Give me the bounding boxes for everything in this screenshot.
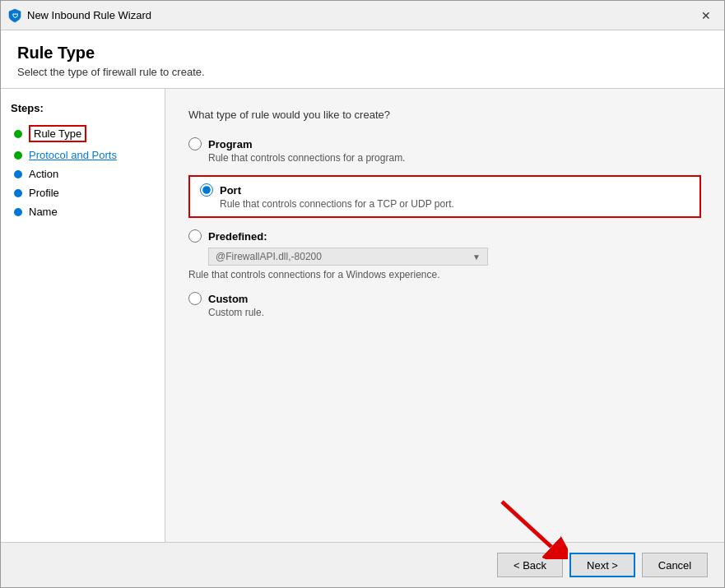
option-program-box: Program Rule that controls connections f…	[188, 137, 701, 164]
sidebar-item-action: Action	[11, 165, 155, 183]
radio-custom[interactable]	[188, 292, 202, 305]
question-text: What type of rule would you like to crea…	[188, 109, 701, 121]
option-custom-radio-row: Custom	[188, 292, 701, 305]
back-button[interactable]: < Back	[497, 553, 563, 577]
option-port-desc: Rule that controls connections for a TCP…	[220, 198, 690, 210]
step-dot-protocol-ports	[14, 151, 22, 160]
option-program-desc: Rule that controls connections for a pro…	[208, 152, 701, 164]
sidebar: Steps: Rule Type Protocol and Ports Acti…	[1, 89, 165, 542]
step-label-protocol-ports[interactable]: Protocol and Ports	[29, 149, 117, 161]
title-bar-text: New Inbound Rule Wizard	[27, 9, 695, 21]
header-section: Rule Type Select the type of firewall ru…	[1, 30, 724, 89]
next-button[interactable]: Next >	[569, 553, 635, 577]
option-custom-desc: Custom rule.	[208, 307, 701, 318]
option-predefined-title[interactable]: Predefined:	[208, 230, 267, 243]
step-dot-profile	[14, 189, 22, 197]
option-custom-title[interactable]: Custom	[208, 293, 248, 305]
main-panel: What type of rule would you like to crea…	[165, 89, 724, 542]
option-predefined-desc: Rule that controls connections for a Win…	[188, 269, 701, 280]
option-program-radio-row: Program	[188, 137, 701, 150]
sidebar-item-profile: Profile	[11, 184, 155, 201]
step-label-rule-type: Rule Type	[29, 125, 86, 142]
step-label-action: Action	[29, 168, 58, 180]
content-area: Steps: Rule Type Protocol and Ports Acti…	[1, 89, 724, 542]
rule-options: Program Rule that controls connections f…	[188, 137, 701, 318]
option-predefined-box: Predefined: @FirewallAPI.dll,-80200 ▼ Ru…	[188, 229, 701, 280]
page-subtitle: Select the type of firewall rule to crea…	[17, 66, 708, 78]
option-program-title[interactable]: Program	[208, 138, 252, 150]
step-dot-action	[14, 170, 22, 178]
svg-text:🛡: 🛡	[12, 13, 18, 19]
sidebar-item-protocol-ports[interactable]: Protocol and Ports	[11, 146, 155, 164]
sidebar-item-name: Name	[11, 203, 155, 220]
cancel-button[interactable]: Cancel	[642, 553, 708, 577]
step-label-name: Name	[29, 206, 58, 218]
step-label-profile: Profile	[29, 187, 59, 199]
predefined-dropdown-value: @FirewallAPI.dll,-80200	[216, 251, 472, 262]
radio-predefined[interactable]	[188, 229, 202, 243]
steps-label: Steps:	[11, 102, 155, 114]
step-dot-rule-type	[14, 130, 22, 138]
page-title: Rule Type	[17, 44, 708, 63]
step-dot-name	[14, 208, 22, 216]
sidebar-item-rule-type[interactable]: Rule Type	[11, 123, 155, 145]
option-predefined: Predefined: @FirewallAPI.dll,-80200 ▼ Ru…	[188, 229, 701, 280]
option-custom: Custom Custom rule.	[188, 292, 701, 318]
option-port-radio-row: Port	[200, 183, 690, 197]
predefined-dropdown[interactable]: @FirewallAPI.dll,-80200 ▼	[208, 248, 488, 266]
dropdown-arrow-icon: ▼	[472, 252, 481, 262]
radio-program[interactable]	[188, 137, 202, 150]
dialog-window: 🛡 New Inbound Rule Wizard ✕ Rule Type Se…	[0, 0, 725, 588]
option-program: Program Rule that controls connections f…	[188, 137, 701, 164]
option-custom-box: Custom Custom rule.	[188, 292, 701, 318]
footer: < Back Next > Cancel	[1, 542, 724, 587]
title-bar: 🛡 New Inbound Rule Wizard ✕	[1, 1, 724, 30]
option-port-title[interactable]: Port	[220, 184, 241, 197]
option-port-box: Port Rule that controls connections for …	[188, 175, 701, 218]
radio-port[interactable]	[200, 183, 213, 197]
app-icon: 🛡	[7, 8, 22, 23]
option-predefined-radio-row: Predefined:	[188, 229, 701, 243]
close-button[interactable]: ✕	[695, 4, 718, 27]
option-port: Port Rule that controls connections for …	[188, 175, 701, 218]
